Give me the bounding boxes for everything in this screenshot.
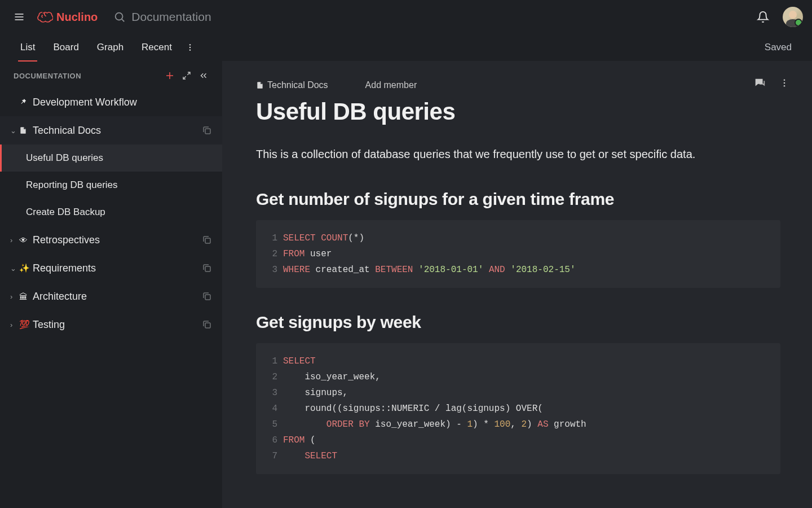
add-item-button[interactable] xyxy=(161,67,178,84)
collection-icon xyxy=(202,263,212,273)
kebab-icon xyxy=(779,78,789,88)
tab-recent[interactable]: Recent xyxy=(133,34,181,61)
search-placeholder: Documentation xyxy=(131,10,211,24)
notifications-button[interactable] xyxy=(757,11,769,23)
section-heading-1: Get number of signups for a given time f… xyxy=(256,190,780,209)
sidebar-item-label: Create DB Backup xyxy=(26,207,212,218)
collection-icon xyxy=(202,125,212,135)
hundred-icon: 💯 xyxy=(19,319,33,330)
top-bar: Nuclino Documentation xyxy=(0,0,812,34)
sidebar-item-label: Useful DB queries xyxy=(26,152,212,164)
chevron-right-icon: › xyxy=(10,236,18,244)
comments-button[interactable] xyxy=(752,76,767,90)
building-icon: 🏛 xyxy=(19,292,33,301)
document-more-button[interactable] xyxy=(777,76,792,90)
breadcrumb-label: Technical Docs xyxy=(267,80,328,90)
avatar-face xyxy=(789,11,797,19)
sidebar-item-label: Reporting DB queries xyxy=(26,179,212,191)
tab-label: Board xyxy=(53,42,78,53)
content-inner: Technical Docs Add member Useful DB quer… xyxy=(222,61,812,508)
svg-line-4 xyxy=(122,19,124,21)
pin-icon xyxy=(19,98,33,106)
document-actions xyxy=(752,76,792,90)
sidebar-item-label: Requirements xyxy=(33,262,198,274)
sidebar: DOCUMENTATION Development Workflow ⌄ T xyxy=(0,61,222,508)
svg-point-5 xyxy=(189,44,191,45)
tab-label: Recent xyxy=(142,42,172,53)
user-avatar[interactable] xyxy=(783,7,803,27)
svg-rect-13 xyxy=(205,238,210,243)
brand-logo[interactable]: Nuclino xyxy=(36,8,98,25)
svg-line-11 xyxy=(183,76,186,79)
add-member-button[interactable]: Add member xyxy=(365,80,417,90)
sidebar-item-retrospectives[interactable]: › 👁 Retrospectives xyxy=(0,226,222,254)
chevron-right-icon: › xyxy=(10,321,18,329)
brand-name: Nuclino xyxy=(56,11,98,24)
svg-rect-12 xyxy=(205,129,210,134)
topbar-right xyxy=(757,7,803,27)
brain-icon xyxy=(36,8,53,25)
svg-point-6 xyxy=(189,47,191,48)
collection-icon xyxy=(202,291,212,301)
svg-rect-15 xyxy=(205,295,210,300)
collection-icon xyxy=(202,319,212,330)
sparkle-icon: ✨ xyxy=(19,263,33,273)
menu-button[interactable] xyxy=(9,7,29,27)
expand-button[interactable] xyxy=(178,67,195,84)
sidebar-item-requirements[interactable]: ⌄ ✨ Requirements xyxy=(0,254,222,282)
code-block-2[interactable]: 1SELECT 2 iso_year_week, 3 signups, 4 ro… xyxy=(256,343,780,474)
workspace-label: DOCUMENTATION xyxy=(14,72,161,80)
file-icon xyxy=(19,126,33,135)
expand-icon xyxy=(182,71,191,80)
collapse-sidebar-button[interactable] xyxy=(195,67,212,84)
chevron-right-icon: › xyxy=(10,292,18,301)
sidebar-item-label: Technical Docs xyxy=(33,125,198,137)
tab-label: List xyxy=(20,42,35,53)
svg-point-19 xyxy=(784,85,785,87)
search-input[interactable]: Documentation xyxy=(113,10,757,24)
sidebar-item-technical-docs[interactable]: ⌄ Technical Docs xyxy=(0,116,222,144)
code-block-1[interactable]: 1SELECT COUNT(*) 2FROM user 3WHERE creat… xyxy=(256,220,780,288)
svg-point-18 xyxy=(784,82,785,84)
bell-icon xyxy=(757,11,769,23)
collection-icon xyxy=(202,235,212,245)
tab-board[interactable]: Board xyxy=(44,34,87,61)
chevron-down-icon: ⌄ xyxy=(10,264,18,273)
file-icon xyxy=(256,81,264,90)
tab-graph[interactable]: Graph xyxy=(88,34,133,61)
plus-icon xyxy=(165,71,175,81)
tab-label: Graph xyxy=(97,42,123,53)
sidebar-item-architecture[interactable]: › 🏛 Architecture xyxy=(0,282,222,310)
search-icon xyxy=(113,11,126,23)
page-title: Useful DB queries xyxy=(256,98,780,125)
hamburger-icon xyxy=(14,11,25,23)
sidebar-item-reporting-db-queries[interactable]: Reporting DB queries xyxy=(0,172,222,199)
sidebar-item-create-db-backup[interactable]: Create DB Backup xyxy=(0,199,222,226)
svg-point-3 xyxy=(116,13,123,20)
sidebar-item-useful-db-queries[interactable]: Useful DB queries xyxy=(0,144,222,172)
tabs-more-button[interactable] xyxy=(183,41,197,54)
kebab-icon xyxy=(186,43,195,52)
sidebar-item-testing[interactable]: › 💯 Testing xyxy=(0,310,222,339)
sidebar-item-development-workflow[interactable]: Development Workflow xyxy=(0,88,222,116)
breadcrumb-parent[interactable]: Technical Docs xyxy=(256,80,328,90)
sidebar-item-label: Development Workflow xyxy=(33,97,212,108)
view-tabs: List Board Graph Recent Saved xyxy=(0,34,812,61)
content-area: Technical Docs Add member Useful DB quer… xyxy=(222,61,812,508)
svg-line-10 xyxy=(187,72,190,75)
svg-rect-16 xyxy=(205,323,210,328)
svg-point-17 xyxy=(784,79,785,81)
eye-icon: 👁 xyxy=(19,235,33,245)
chat-icon xyxy=(753,77,766,89)
main-layout: DOCUMENTATION Development Workflow ⌄ T xyxy=(0,61,812,508)
chevrons-left-icon xyxy=(198,71,209,81)
add-member-label: Add member xyxy=(365,80,417,90)
breadcrumb: Technical Docs Add member xyxy=(256,80,780,90)
tab-list[interactable]: List xyxy=(11,34,44,61)
svg-rect-14 xyxy=(205,266,210,271)
chevron-down-icon: ⌄ xyxy=(10,126,18,135)
save-status: Saved xyxy=(765,42,801,53)
sidebar-item-label: Retrospectives xyxy=(33,234,198,246)
workspace-header: DOCUMENTATION xyxy=(0,61,222,88)
sidebar-item-label: Architecture xyxy=(33,291,198,303)
